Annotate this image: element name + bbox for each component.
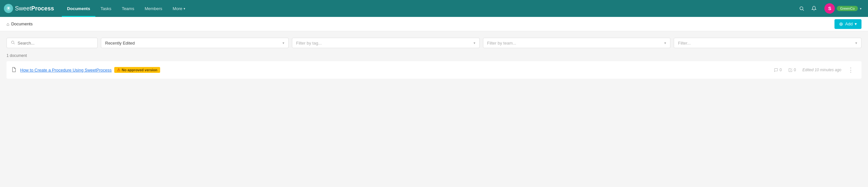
sort-chevron-icon: ▾ — [282, 41, 284, 45]
comment-count: 0 — [774, 68, 782, 72]
brand-logo-link[interactable]: SweetProcess — [4, 4, 54, 13]
doc-more-button[interactable]: ⋮ — [845, 66, 856, 74]
svg-line-3 — [14, 43, 14, 44]
brand-logo-icon — [4, 4, 13, 13]
results-count: 1 document — [6, 53, 862, 58]
warning-icon: ⚠ — [117, 68, 120, 72]
brand-name: SweetProcess — [15, 5, 54, 12]
more-chevron-icon: ▾ — [184, 7, 185, 10]
nav-teams[interactable]: Teams — [117, 0, 139, 17]
breadcrumb-bar: ⌂ Documents ⊕ Add ▾ — [0, 17, 868, 31]
avatar: S — [825, 3, 835, 14]
account-chevron-icon: ▾ — [860, 7, 862, 10]
team-chevron-icon: ▾ — [664, 41, 666, 45]
add-button[interactable]: ⊕ Add ▾ — [835, 19, 862, 29]
search-icon — [799, 6, 804, 11]
search-input[interactable] — [18, 41, 93, 45]
nav-right: S GreenCo ▾ — [797, 2, 864, 15]
filter-row: Recently Edited ▾ Filter by tag... ▾ Fil… — [6, 38, 862, 48]
nav-links: Documents Tasks Teams Members More ▾ — [62, 0, 797, 17]
account-button[interactable]: S GreenCo ▾ — [822, 2, 864, 15]
doc-edited-time: Edited 10 minutes ago — [803, 68, 841, 72]
badge-label: No approved version — [122, 68, 157, 72]
sort-filter-label: Recently Edited — [105, 41, 135, 45]
tag-chevron-icon: ▾ — [473, 41, 475, 45]
svg-point-2 — [11, 41, 14, 43]
team-filter-label: Filter by team... — [487, 41, 517, 45]
notifications-button[interactable] — [809, 4, 818, 13]
nav-more[interactable]: More ▾ — [167, 0, 191, 17]
account-name: GreenCo — [837, 6, 858, 11]
breadcrumb: ⌂ Documents — [6, 22, 33, 27]
doc-title-area: How to Create a Procedure Using SweetPro… — [20, 67, 160, 73]
sort-filter[interactable]: Recently Edited ▾ — [101, 38, 289, 48]
misc-filter-label: Filter... — [678, 41, 691, 45]
svg-point-0 — [800, 7, 803, 10]
doc-badge: ⚠ No approved version — [114, 67, 160, 73]
main-content: Recently Edited ▾ Filter by tag... ▾ Fil… — [0, 31, 868, 85]
search-button[interactable] — [797, 4, 806, 13]
team-filter[interactable]: Filter by team... ▾ — [483, 38, 671, 48]
nav-tasks[interactable]: Tasks — [95, 0, 117, 17]
plus-icon: ⊕ — [839, 21, 843, 27]
doc-meta: 0 0 Edited 10 minutes ago — [774, 68, 841, 72]
search-box — [6, 38, 98, 48]
task-icon — [788, 68, 793, 72]
misc-filter[interactable]: Filter... ▾ — [674, 38, 862, 48]
tag-filter-label: Filter by tag... — [296, 41, 322, 45]
nav-members[interactable]: Members — [139, 0, 167, 17]
document-list: How to Create a Procedure Using SweetPro… — [6, 61, 862, 79]
nav-documents[interactable]: Documents — [62, 0, 95, 17]
home-icon: ⌂ — [6, 22, 9, 27]
table-row: How to Create a Procedure Using SweetPro… — [6, 61, 862, 79]
breadcrumb-label: Documents — [11, 22, 33, 26]
search-box-icon — [11, 40, 15, 45]
add-chevron-icon: ▾ — [855, 22, 857, 26]
tag-filter[interactable]: Filter by tag... ▾ — [292, 38, 480, 48]
navbar: SweetProcess Documents Tasks Teams Membe… — [0, 0, 868, 17]
task-count: 0 — [788, 68, 796, 72]
document-icon — [12, 67, 16, 73]
svg-line-1 — [803, 9, 804, 11]
bell-icon — [811, 6, 816, 11]
misc-chevron-icon: ▾ — [855, 41, 857, 45]
comment-icon — [774, 68, 778, 72]
doc-title-link[interactable]: How to Create a Procedure Using SweetPro… — [20, 68, 112, 72]
add-label: Add — [845, 22, 853, 26]
